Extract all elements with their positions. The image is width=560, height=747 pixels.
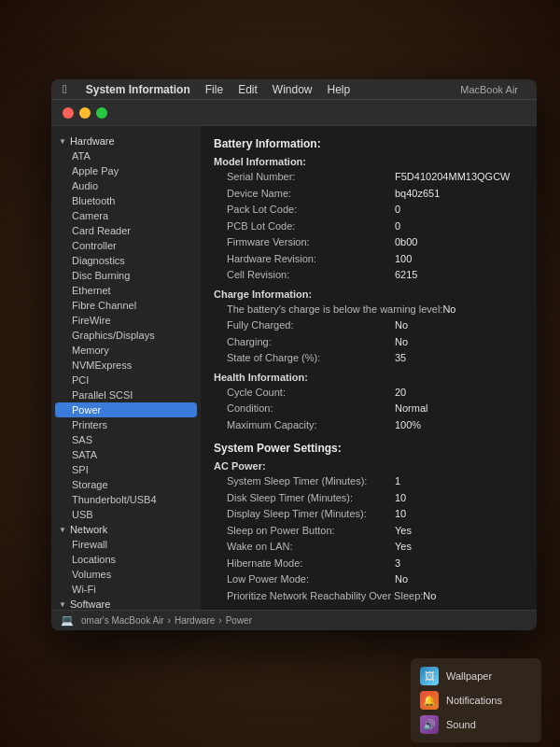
sidebar-item-audio[interactable]: Audio: [51, 178, 201, 193]
sidebar-item-diagnostics[interactable]: Diagnostics: [51, 253, 201, 268]
sidebar-item-spi[interactable]: SPI: [51, 462, 201, 477]
sidebar-item-thunderbolt[interactable]: Thunderbolt/USB4: [51, 492, 201, 507]
hardware-rev-row: Hardware Revision: 100: [214, 251, 524, 267]
fully-charged-label: Fully Charged:: [227, 317, 395, 333]
device-name-row: Device Name: bq40z651: [214, 186, 524, 202]
sidebar-item-power[interactable]: Power: [55, 402, 197, 417]
wallpaper-icon: 🖼: [420, 667, 439, 685]
dock-item-sound[interactable]: 🔊 Sound: [418, 712, 534, 737]
max-capacity-row: Maximum Capacity: 100%: [214, 417, 524, 433]
sidebar-item-sata[interactable]: SATA: [51, 447, 201, 462]
computer-icon: 💻: [61, 614, 74, 627]
title-bar: [51, 100, 537, 126]
sidebar-item-discburning[interactable]: Disc Burning: [51, 268, 201, 283]
sound-icon: 🔊: [420, 715, 439, 734]
serial-number-row: Serial Number: F5D410204MM13QGCW: [214, 169, 524, 185]
ac-hibernate-row: Hibernate Mode: 3: [214, 556, 524, 571]
sidebar-item-parallelscsi[interactable]: Parallel SCSI: [51, 388, 201, 402]
sidebar-item-controller[interactable]: Controller: [51, 238, 201, 253]
apple-logo-icon: : [63, 82, 67, 96]
sidebar-item-fibrechannel[interactable]: Fibre Channel: [51, 298, 201, 313]
sidebar-item-cardreader[interactable]: Card Reader: [51, 223, 201, 238]
sidebar-item-pci[interactable]: PCI: [51, 373, 201, 388]
charging-label: Charging:: [227, 334, 395, 350]
sidebar-item-sas[interactable]: SAS: [51, 432, 201, 447]
menu-edit[interactable]: Edit: [238, 83, 258, 96]
close-button[interactable]: [63, 107, 74, 119]
ac-disk-sleep-label: Disk Sleep Timer (Minutes):: [227, 490, 395, 506]
menu-file[interactable]: File: [205, 83, 223, 96]
breadcrumb-sep2: ›: [218, 615, 221, 626]
sidebar-item-firewall[interactable]: Firewall: [51, 537, 201, 552]
ac-prioritize-value: No: [423, 588, 436, 604]
menu-help[interactable]: Help: [328, 83, 351, 96]
ac-wake-lan-label: Wake on LAN:: [227, 539, 395, 555]
ac-lowpower-label: Low Power Mode:: [227, 571, 395, 587]
ac-disk-sleep-row: Disk Sleep Timer (Minutes): 10: [214, 490, 524, 506]
sidebar-item-usb[interactable]: USB: [51, 507, 201, 522]
main-content: ▼ Hardware ATA Apple Pay Audio Bluetooth…: [51, 126, 537, 630]
firmware-value: 0b00: [395, 234, 417, 250]
network-label: Network: [70, 524, 107, 535]
window-title: MacBook Air: [460, 84, 518, 95]
sidebar-item-camera[interactable]: Camera: [51, 208, 201, 223]
sidebar-item-wifi[interactable]: Wi-Fi: [51, 582, 201, 597]
dock-item-wallpaper[interactable]: 🖼 Wallpaper: [418, 664, 534, 688]
ac-display-sleep-label: Display Sleep Timer (Minutes):: [227, 506, 395, 522]
sidebar-item-printers[interactable]: Printers: [51, 417, 201, 432]
sidebar-item-graphics[interactable]: Graphics/Displays: [51, 328, 201, 343]
fully-charged-row: Fully Charged: No: [214, 317, 524, 333]
serial-number-value: F5D410204MM13QGCW: [395, 169, 511, 185]
hardware-chevron-icon: ▼: [59, 137, 66, 146]
ac-lowpower-value: No: [395, 571, 408, 587]
cell-rev-value: 6215: [395, 267, 417, 283]
breadcrumb-power: Power: [226, 615, 252, 626]
notifications-icon: 🔔: [420, 691, 439, 710]
max-capacity-label: Maximum Capacity:: [227, 417, 395, 433]
menu-window[interactable]: Window: [273, 83, 313, 96]
hardware-label: Hardware: [70, 135, 115, 147]
system-information-window:  System Information File Edit Window He…: [51, 79, 537, 630]
fully-charged-value: No: [395, 317, 408, 333]
dock-item-notifications[interactable]: 🔔 Notifications: [418, 688, 534, 712]
zoom-button[interactable]: [96, 107, 107, 119]
sidebar-item-storage[interactable]: Storage: [51, 477, 201, 492]
sidebar-item-locations[interactable]: Locations: [51, 552, 201, 567]
ac-wake-lan-value: Yes: [395, 539, 412, 555]
ac-system-sleep-label: System Sleep Timer (Minutes):: [227, 473, 395, 489]
sidebar-item-applepay[interactable]: Apple Pay: [51, 163, 201, 178]
software-chevron-icon: ▼: [59, 600, 66, 609]
sidebar-item-bluetooth[interactable]: Bluetooth: [51, 193, 201, 208]
pack-lot-value: 0: [395, 202, 400, 218]
battery-section-title: Battery Information:: [214, 137, 524, 150]
firmware-row: Firmware Version: 0b00: [214, 234, 524, 250]
sidebar-item-nvme[interactable]: NVMExpress: [51, 358, 201, 373]
ac-sleep-power-btn-label: Sleep on Power Button:: [227, 523, 395, 539]
hardware-section-header[interactable]: ▼ Hardware: [51, 134, 201, 148]
network-section-header[interactable]: ▼ Network: [51, 522, 201, 537]
sidebar: ▼ Hardware ATA Apple Pay Audio Bluetooth…: [51, 126, 201, 630]
cycle-count-label: Cycle Count:: [227, 385, 395, 401]
cell-rev-row: Cell Revision: 6215: [214, 267, 524, 283]
minimize-button[interactable]: [79, 107, 91, 119]
sidebar-item-memory[interactable]: Memory: [51, 343, 201, 358]
dock-notifications-label: Notifications: [446, 695, 502, 706]
sidebar-item-volumes[interactable]: Volumes: [51, 567, 201, 582]
firmware-label: Firmware Version:: [227, 234, 395, 250]
pcb-lot-label: PCB Lot Code:: [227, 218, 395, 234]
condition-value: Normal: [395, 401, 427, 416]
state-of-charge-value: 35: [395, 350, 406, 366]
sidebar-item-ethernet[interactable]: Ethernet: [51, 283, 201, 298]
dock-area: 🖼 Wallpaper 🔔 Notifications 🔊 Sound: [411, 658, 541, 742]
hardware-rev-value: 100: [395, 251, 412, 267]
device-name-value: bq40z651: [395, 186, 440, 202]
sidebar-item-ata[interactable]: ATA: [51, 148, 201, 163]
sidebar-item-firewire[interactable]: FireWire: [51, 313, 201, 328]
ac-prioritize-row: Prioritize Network Reachability Over Sle…: [214, 588, 524, 604]
charge-warning-label: The battery's charge is below the warnin…: [227, 302, 442, 317]
charging-row: Charging: No: [214, 334, 524, 350]
serial-number-label: Serial Number:: [227, 169, 395, 185]
ac-prioritize-label: Prioritize Network Reachability Over Sle…: [227, 588, 423, 604]
breadcrumb-bar: 💻 omar's MacBook Air › Hardware › Power: [51, 610, 537, 630]
condition-label: Condition:: [227, 401, 395, 416]
